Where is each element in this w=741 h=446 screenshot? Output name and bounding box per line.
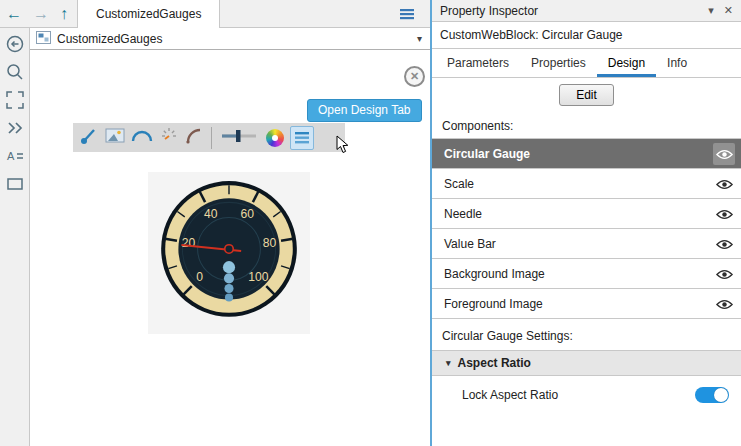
panel-header: Property Inspector ▾ ✕ <box>432 0 741 22</box>
panel-close-icon[interactable]: ✕ <box>724 4 733 17</box>
component-name: Needle <box>444 207 482 221</box>
circular-gauge-block[interactable]: 0 20 40 60 80 100 <box>148 172 310 334</box>
component-name: Foreground Image <box>444 297 543 311</box>
direction-arrows-icon[interactable] <box>5 118 25 138</box>
tab-design[interactable]: Design <box>597 49 656 77</box>
property-inspector-panel: Property Inspector ▾ ✕ CustomWebBlock: C… <box>430 0 741 446</box>
thermometer-icon[interactable] <box>79 126 99 149</box>
gauge-block-toolbar <box>73 123 345 152</box>
quarter-gauge-icon[interactable] <box>185 127 203 148</box>
open-design-tab-tooltip[interactable]: Open Design Tab <box>307 99 422 122</box>
model-icon <box>36 31 51 47</box>
model-canvas[interactable]: ✕ Open Design Tab <box>30 50 430 446</box>
close-icon[interactable]: ✕ <box>404 66 425 87</box>
visibility-eye-icon[interactable] <box>713 173 735 195</box>
component-row-background-image[interactable]: Background Image <box>432 259 741 289</box>
chevron-down-icon[interactable]: ▾ <box>417 33 422 44</box>
half-gauge-icon[interactable] <box>131 129 153 146</box>
color-wheel-icon[interactable] <box>266 129 284 147</box>
component-row-needle[interactable]: Needle <box>432 199 741 229</box>
breadcrumb-text: CustomizedGauges <box>57 32 162 46</box>
hide-browser-icon[interactable] <box>5 34 25 54</box>
block-heading: CustomWebBlock: Circular Gauge <box>432 22 741 49</box>
fit-to-view-icon[interactable] <box>5 90 25 110</box>
annotation-icon[interactable]: A <box>5 146 25 166</box>
gauge-label-100: 100 <box>248 270 269 284</box>
gauge-label-60: 60 <box>240 207 254 221</box>
gauge-label-0: 0 <box>196 270 203 284</box>
components-list: Circular Gauge Scale Needle Value Bar Ba… <box>432 138 741 319</box>
toolbar-divider <box>211 127 212 149</box>
visibility-eye-icon[interactable] <box>713 233 735 255</box>
mouse-cursor-icon <box>336 135 350 157</box>
component-name: Circular Gauge <box>444 147 530 161</box>
lock-aspect-ratio-label: Lock Aspect Ratio <box>462 388 558 402</box>
component-name: Scale <box>444 177 474 191</box>
block-heading-text: CustomWebBlock: Circular Gauge <box>440 28 623 42</box>
list-icon[interactable] <box>400 8 414 23</box>
component-name: Value Bar <box>444 237 496 251</box>
tab-properties[interactable]: Properties <box>520 49 597 77</box>
toggle-knob <box>714 388 728 402</box>
components-label: Components: <box>432 112 741 138</box>
inspector-tabs: Parameters Properties Design Info <box>432 49 741 78</box>
component-row-value-bar[interactable]: Value Bar <box>432 229 741 259</box>
panel-title: Property Inspector <box>440 4 698 18</box>
component-row-circular-gauge[interactable]: Circular Gauge <box>432 139 741 169</box>
gauge-label-20: 20 <box>182 236 196 250</box>
component-row-scale[interactable]: Scale <box>432 169 741 199</box>
section-aspect-ratio[interactable]: ▾ Aspect Ratio <box>432 350 741 376</box>
nav-icons: ← → ↑ <box>6 0 68 28</box>
top-toolbar: ← → ↑ CustomizedGauges <box>0 0 430 28</box>
visibility-eye-icon[interactable] <box>713 263 735 285</box>
svg-text:A: A <box>7 150 15 162</box>
collapse-triangle-icon: ▾ <box>446 358 451 368</box>
tab-parameters[interactable]: Parameters <box>436 49 520 77</box>
lock-aspect-ratio-toggle[interactable] <box>695 387 729 403</box>
area-select-icon[interactable] <box>5 174 25 194</box>
lock-aspect-ratio-row: Lock Aspect Ratio <box>432 376 741 414</box>
slider-icon[interactable] <box>220 126 260 149</box>
radial-gauge-icon[interactable] <box>159 126 179 149</box>
panel-menu-icon[interactable]: ▾ <box>708 4 714 17</box>
component-name: Background Image <box>444 267 545 281</box>
visibility-eye-icon[interactable] <box>713 143 735 165</box>
needle-hub <box>225 245 234 254</box>
forward-icon[interactable]: → <box>33 6 49 22</box>
edit-row: Edit <box>432 78 741 112</box>
tab-info[interactable]: Info <box>656 49 698 77</box>
model-tab[interactable]: CustomizedGauges <box>77 0 220 28</box>
section-title: Aspect Ratio <box>458 356 531 370</box>
design-grid-icon[interactable] <box>290 126 314 150</box>
color-wheel-hub <box>272 135 278 141</box>
image-icon[interactable] <box>105 128 125 147</box>
breadcrumb-bar[interactable]: CustomizedGauges ▾ <box>30 28 430 50</box>
visibility-eye-icon[interactable] <box>713 293 735 315</box>
circular-gauge-graphic: 0 20 40 60 80 100 <box>148 172 310 334</box>
edit-button[interactable]: Edit <box>559 84 614 106</box>
gauge-label-40: 40 <box>204 207 218 221</box>
component-row-foreground-image[interactable]: Foreground Image <box>432 289 741 319</box>
back-icon[interactable]: ← <box>6 6 22 22</box>
visibility-eye-icon[interactable] <box>713 203 735 225</box>
gauge-label-80: 80 <box>263 236 277 250</box>
canvas-palette: A <box>0 28 30 446</box>
zoom-icon[interactable] <box>5 62 25 82</box>
settings-label: Circular Gauge Settings: <box>432 319 741 350</box>
up-icon[interactable]: ↑ <box>60 6 68 22</box>
